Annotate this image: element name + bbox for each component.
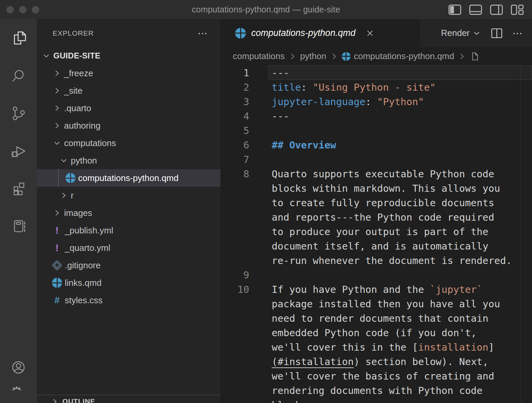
toggle-primary-sidebar-icon[interactable] [447, 2, 462, 17]
code-line-text: jupyter-language: "Python" [262, 96, 424, 107]
tree-item-authoring[interactable]: authoring [37, 117, 220, 134]
tree-item-styles-css[interactable]: #styles.css [37, 292, 220, 309]
code-line-text: Quarto supports executable Python code [262, 168, 494, 180]
css-file-icon: # [52, 295, 62, 305]
yaml-file-icon: ! [52, 243, 62, 253]
split-editor-icon[interactable] [490, 26, 504, 40]
activity-search-search-icon[interactable] [10, 67, 27, 84]
code-line[interactable]: blocks within markdown. This allows you [220, 181, 532, 195]
code-line-text: --- [262, 110, 289, 122]
code-line-text: ## Overview [262, 139, 336, 151]
line-number: 8 [220, 168, 262, 180]
code-line-text: (#installation) section below). Next, [262, 356, 488, 367]
activity-run-debug-debug-icon[interactable] [10, 142, 27, 160]
activity-explorer-files-icon[interactable] [10, 29, 27, 47]
render-button[interactable]: Render [441, 28, 481, 38]
code-line[interactable]: 1--- [220, 65, 532, 80]
tree-item--quarto-yml[interactable]: !_quarto.yml [37, 239, 220, 257]
activity-source-control-source-control-icon[interactable] [10, 104, 27, 122]
tree-item-guide-site[interactable]: GUIDE-SITE [37, 47, 220, 64]
code-line[interactable]: 10If you have Python and the `jupyter` [220, 282, 532, 297]
tree-item-label: links.qmd [65, 278, 102, 288]
code-line[interactable]: embedded Python code (if you don't, [220, 325, 532, 340]
zoom-window-button[interactable] [32, 6, 39, 13]
breadcrumb-item[interactable]: computations [233, 51, 285, 61]
code-editor[interactable]: 1---2title: "Using Python - site"3jupyte… [220, 65, 532, 403]
chevron-right-icon [53, 209, 61, 217]
chevron-right-icon [53, 86, 61, 95]
code-line[interactable]: we'll cover this in the [installation] [220, 340, 532, 354]
breadcrumb-item-file[interactable]: computations-python.qmd [354, 51, 454, 61]
code-line-text: --- [262, 67, 289, 79]
chevron-down-icon [472, 29, 481, 38]
tree-item-label: computations-python.qmd [78, 173, 178, 183]
code-line-text: If you have Python and the `jupyter` [262, 284, 483, 295]
code-line[interactable]: 7 [220, 152, 532, 167]
close-tab-icon[interactable] [365, 28, 375, 38]
activity-extensions-extensions-icon[interactable] [10, 180, 27, 197]
breadcrumb-item[interactable]: python [300, 51, 326, 61]
code-line[interactable]: 9 [220, 268, 532, 282]
tree-item--publish-yml[interactable]: !_publish.yml [37, 222, 220, 239]
line-number: 6 [220, 139, 262, 151]
code-line[interactable]: 5 [220, 123, 532, 138]
tree-item-label: _site [64, 86, 83, 96]
line-number: 7 [220, 154, 262, 165]
symbol-file-icon [470, 51, 480, 61]
line-number: 10 [220, 284, 262, 295]
code-line[interactable]: package installed then you have all you [220, 297, 532, 311]
explorer-header: EXPLORER ⋯ [37, 19, 220, 47]
tree-item--quarto[interactable]: .quarto [37, 99, 220, 117]
code-line[interactable]: to produce your output is part of the [220, 224, 532, 239]
code-line-text: need to render documents that contain [262, 313, 488, 324]
tree-item-links-qmd[interactable]: links.qmd [37, 274, 220, 292]
tree-item-label: authoring [64, 121, 100, 131]
activity-settings-gear-icon[interactable]: ⚙ [10, 386, 27, 403]
code-line[interactable]: 8Quarto supports executable Python code [220, 167, 532, 181]
tree-item-python[interactable]: python [37, 152, 220, 169]
code-line[interactable]: and reports---the Python code required [220, 210, 532, 224]
tree-item--freeze[interactable]: _freeze [37, 64, 220, 82]
activity-notebook-notebook-icon[interactable] [10, 217, 27, 235]
tree-item-label: images [64, 208, 92, 218]
quarto-file-icon [342, 52, 351, 61]
explorer-sidebar: EXPLORER ⋯ GUIDE-SITE_freeze_site.quarto… [37, 19, 220, 403]
code-line[interactable]: 3jupyter-language: "Python" [220, 94, 532, 109]
toggle-panel-icon[interactable] [468, 2, 483, 17]
customize-layout-icon[interactable] [510, 2, 525, 17]
code-line[interactable]: re-run whenever the document is rendered… [220, 253, 532, 268]
tree-item--site[interactable]: _site [37, 82, 220, 99]
more-actions-icon[interactable]: ⋯ [513, 30, 523, 37]
code-line[interactable]: we'll cover the basics of creating and [220, 369, 532, 383]
window-title: computations-python.qmd — guide-site [192, 5, 340, 14]
code-line[interactable]: blocks. [220, 398, 532, 403]
editor-actions: Render ⋯ [441, 19, 532, 47]
toggle-secondary-sidebar-icon[interactable] [489, 2, 504, 17]
code-line-text: embedded Python code (if you don't, [262, 327, 477, 339]
code-line[interactable]: need to render documents that contain [220, 311, 532, 325]
activity-account-account-icon[interactable] [10, 359, 27, 376]
vscode-window: computations-python.qmd — guide-site ⚙ E… [0, 0, 532, 403]
tree-item-r[interactable]: r [37, 187, 220, 204]
code-line[interactable]: to create fully reproducible documents [220, 195, 532, 210]
code-line[interactable]: 4--- [220, 109, 532, 123]
outline-section-header[interactable]: OUTLINE [37, 395, 220, 403]
code-line[interactable]: document itself, and is automatically [220, 239, 532, 253]
tree-item-computations[interactable]: computations [37, 134, 220, 152]
code-line-text: blocks. [262, 399, 313, 403]
minimize-window-button[interactable] [19, 6, 26, 13]
code-line[interactable]: (#installation) section below). Next, [220, 354, 532, 369]
code-line[interactable]: rendering documents with Python code [220, 383, 532, 398]
line-number: 4 [220, 110, 262, 122]
code-line[interactable]: 2title: "Using Python - site" [220, 80, 532, 94]
tree-item-images[interactable]: images [37, 204, 220, 222]
window-controls [6, 0, 39, 19]
tab-computations-python[interactable]: computations-python.qmd [220, 19, 420, 47]
render-label: Render [441, 28, 470, 38]
code-line[interactable]: 6## Overview [220, 138, 532, 152]
explorer-title: EXPLORER [53, 29, 94, 37]
close-window-button[interactable] [6, 6, 14, 13]
tree-item--gitignore[interactable]: .gitignore [37, 257, 220, 274]
explorer-more-actions-icon[interactable]: ⋯ [198, 30, 208, 37]
tree-item-computations-python-qmd[interactable]: computations-python.qmd [37, 169, 220, 187]
